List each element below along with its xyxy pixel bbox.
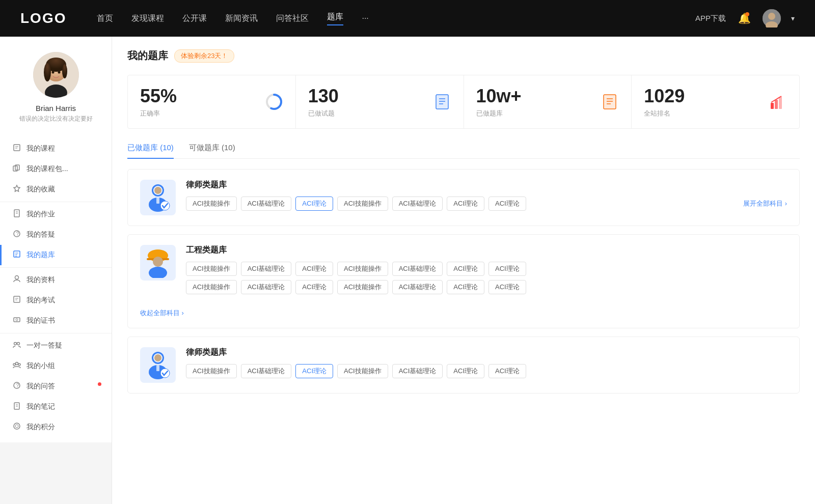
svg-rect-58 bbox=[779, 97, 782, 109]
tag-lawyer1-5[interactable]: ACI基础理论 bbox=[392, 197, 443, 211]
tag-lawyer2-1[interactable]: ACI技能操作 bbox=[186, 364, 237, 378]
1on1-icon bbox=[12, 341, 21, 351]
tag-lawyer2-6[interactable]: ACI理论 bbox=[447, 364, 484, 378]
tag-lawyer1-3[interactable]: ACI理论 bbox=[295, 197, 333, 211]
nav-qbank[interactable]: 题库 bbox=[327, 12, 343, 25]
qbank-card-engineer: 工程类题库 ACI技能操作 ACI基础理论 ACI理论 ACI技能操作 ACI基… bbox=[127, 234, 800, 328]
sidebar-menu: 我的课程 我的课程包... 我的收藏 我的作业 bbox=[0, 133, 112, 442]
logo[interactable]: LOGO bbox=[20, 10, 66, 26]
svg-rect-75 bbox=[156, 365, 159, 371]
tag-lawyer1-4[interactable]: ACI技能操作 bbox=[337, 197, 388, 211]
notification-bell[interactable]: 🔔 bbox=[736, 10, 752, 26]
tag-eng-9[interactable]: ACI基础理论 bbox=[241, 280, 292, 294]
app-download-btn[interactable]: APP下载 bbox=[695, 14, 726, 23]
stat-questions-icon bbox=[433, 93, 451, 111]
tag-lawyer1-6[interactable]: ACI理论 bbox=[447, 197, 484, 211]
tag-eng-2[interactable]: ACI基础理论 bbox=[241, 262, 292, 276]
tab-done[interactable]: 已做题库 (10) bbox=[127, 143, 174, 159]
courses-icon bbox=[12, 144, 21, 154]
tag-eng-5[interactable]: ACI基础理论 bbox=[392, 262, 443, 276]
sidebar-item-notes[interactable]: 我的笔记 bbox=[0, 397, 112, 417]
profile-name: Brian Harris bbox=[36, 104, 76, 113]
sidebar-item-certificate[interactable]: 我的证书 bbox=[0, 311, 112, 331]
tag-lawyer2-4[interactable]: ACI技能操作 bbox=[337, 364, 388, 378]
sidebar-label-my-courses: 我的课程 bbox=[26, 144, 55, 153]
nav-home[interactable]: 首页 bbox=[97, 13, 113, 24]
sidebar-profile: Brian Harris 错误的决定比没有决定要好 bbox=[0, 37, 112, 133]
user-avatar[interactable] bbox=[763, 9, 781, 27]
svg-rect-51 bbox=[604, 95, 616, 109]
notes-icon bbox=[12, 402, 21, 412]
svg-point-33 bbox=[17, 343, 20, 345]
svg-rect-30 bbox=[14, 318, 20, 322]
tag-lawyer2-7[interactable]: ACI理论 bbox=[488, 364, 526, 378]
tag-eng-3[interactable]: ACI理论 bbox=[295, 262, 333, 276]
sidebar-item-qa[interactable]: ? 我的答疑 bbox=[0, 225, 112, 245]
svg-rect-70 bbox=[155, 267, 161, 274]
tag-lawyer1-1[interactable]: ACI技能操作 bbox=[186, 197, 237, 211]
divider-2 bbox=[0, 267, 112, 268]
qbank-icon-lawyer-2 bbox=[140, 347, 176, 383]
sidebar-label-points: 我的积分 bbox=[26, 423, 55, 432]
navbar: LOGO 首页 发现课程 公开课 新闻资讯 问答社区 题库 ··· APP下载 … bbox=[0, 0, 815, 37]
qbank-icon-engineer bbox=[140, 245, 176, 281]
sidebar-item-1on1[interactable]: 一对一答疑 bbox=[0, 335, 112, 356]
stat-accuracy-icon bbox=[265, 93, 283, 111]
sidebar-item-exam[interactable]: 我的考试 bbox=[0, 290, 112, 311]
sidebar-item-points[interactable]: 我的积分 bbox=[0, 417, 112, 437]
tag-eng-8[interactable]: ACI技能操作 bbox=[186, 280, 237, 294]
nav-qa[interactable]: 问答社区 bbox=[276, 13, 309, 24]
tag-lawyer1-2[interactable]: ACI基础理论 bbox=[241, 197, 292, 211]
qa-icon: ? bbox=[12, 230, 21, 240]
tags-row-engineer-2: ACI技能操作 ACI基础理论 ACI理论 ACI技能操作 ACI基础理论 AC… bbox=[186, 280, 526, 294]
collapse-engineer[interactable]: 收起全部科目 › bbox=[140, 309, 184, 318]
nav-courses[interactable]: 发现课程 bbox=[131, 13, 164, 24]
svg-rect-63 bbox=[156, 198, 159, 204]
tag-eng-12[interactable]: ACI基础理论 bbox=[392, 280, 443, 294]
tag-eng-10[interactable]: ACI理论 bbox=[295, 280, 333, 294]
sidebar-item-questions[interactable]: ? 我的问答 bbox=[0, 376, 112, 397]
tag-eng-1[interactable]: ACI技能操作 bbox=[186, 262, 237, 276]
sidebar-item-profile[interactable]: 我的资料 bbox=[0, 270, 112, 290]
tag-lawyer2-5[interactable]: ACI基础理论 bbox=[392, 364, 443, 378]
tag-eng-4[interactable]: ACI技能操作 bbox=[337, 262, 388, 276]
divider-3 bbox=[0, 333, 112, 333]
stat-rank-icon bbox=[769, 93, 787, 111]
profile-avatar bbox=[33, 52, 79, 98]
trial-badge: 体验剩余23天！ bbox=[174, 49, 234, 63]
tag-eng-14[interactable]: ACI理论 bbox=[488, 280, 526, 294]
sidebar: Brian Harris 错误的决定比没有决定要好 我的课程 我的课程包... bbox=[0, 37, 112, 504]
stat-questions: 130 已做试题 bbox=[296, 75, 464, 128]
sidebar-item-my-courses[interactable]: 我的课程 bbox=[0, 138, 112, 159]
stat-questions-value: 130 bbox=[308, 86, 427, 107]
tags-row-lawyer-2: ACI技能操作 ACI基础理论 ACI理论 ACI技能操作 ACI基础理论 AC… bbox=[186, 364, 787, 378]
nav-open-course[interactable]: 公开课 bbox=[182, 13, 207, 24]
tag-eng-6[interactable]: ACI理论 bbox=[447, 262, 484, 276]
sidebar-item-qbank[interactable]: 我的题库 bbox=[0, 245, 112, 265]
sidebar-item-course-pack[interactable]: 我的课程包... bbox=[0, 159, 112, 179]
stat-accuracy: 55% 正确率 bbox=[128, 75, 296, 128]
nav-menu: 首页 发现课程 公开课 新闻资讯 问答社区 题库 ··· bbox=[97, 12, 695, 25]
sidebar-item-homework[interactable]: 我的作业 bbox=[0, 204, 112, 225]
tag-eng-11[interactable]: ACI技能操作 bbox=[337, 280, 388, 294]
svg-point-32 bbox=[14, 343, 17, 345]
tag-eng-13[interactable]: ACI理论 bbox=[447, 280, 484, 294]
tag-lawyer1-7[interactable]: ACI理论 bbox=[488, 197, 526, 211]
notification-dot bbox=[745, 12, 749, 16]
expand-lawyer-1[interactable]: 展开全部科目 › bbox=[743, 199, 787, 208]
stats-row: 55% 正确率 130 已做试题 bbox=[127, 75, 800, 129]
nav-news[interactable]: 新闻资讯 bbox=[225, 13, 258, 24]
stat-banks-value: 10w+ bbox=[476, 86, 595, 107]
tag-lawyer2-3[interactable]: ACI理论 bbox=[295, 364, 333, 378]
tag-eng-7[interactable]: ACI理论 bbox=[488, 262, 526, 276]
tag-lawyer2-2[interactable]: ACI基础理论 bbox=[241, 364, 292, 378]
sidebar-item-favorites[interactable]: 我的收藏 bbox=[0, 179, 112, 200]
qbank-title-lawyer-2: 律师类题库 bbox=[186, 347, 787, 358]
user-menu-chevron[interactable]: ▾ bbox=[791, 14, 795, 22]
nav-more[interactable]: ··· bbox=[362, 14, 368, 23]
main-layout: Brian Harris 错误的决定比没有决定要好 我的课程 我的课程包... bbox=[0, 37, 815, 504]
tab-todo[interactable]: 可做题库 (10) bbox=[189, 143, 235, 159]
sidebar-item-group[interactable]: 我的小组 bbox=[0, 356, 112, 376]
svg-point-26 bbox=[15, 276, 19, 279]
qbank-content-engineer: 工程类题库 ACI技能操作 ACI基础理论 ACI理论 ACI技能操作 ACI基… bbox=[186, 245, 526, 294]
